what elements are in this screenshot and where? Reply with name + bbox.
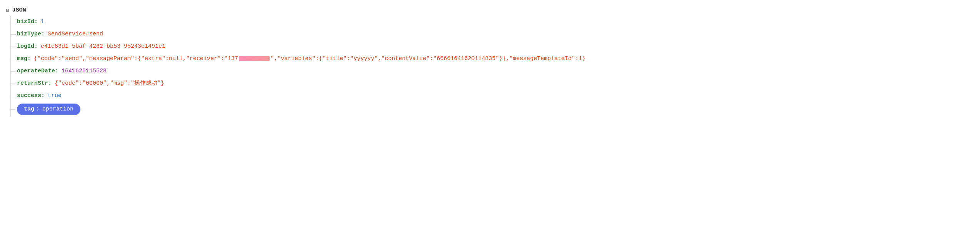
key-msg: msg [17,54,27,64]
json-header: ⊟ JSON [6,7,974,13]
colon-msg: : [27,54,31,64]
value-operateDate: 1641620115528 [62,67,107,76]
tag-colon: : [36,105,39,114]
value-bizId: 1 [41,17,44,27]
value-returnStr: {"code":"00000","msg":"操作成功"} [55,79,164,88]
value-bizType: SendService#send [48,30,103,39]
colon-operateDate: : [55,67,58,76]
colon-returnStr: : [48,79,52,88]
key-returnStr: returnStr [17,79,48,88]
key-operateDate: operateDate [17,67,55,76]
redacted-phone [239,56,270,61]
field-msg: msg : {"code":"send","messageParam":{"ex… [11,53,974,65]
json-body: bizId : 1 bizType : SendService#send log… [10,16,974,117]
tag-key-label: tag [24,105,34,114]
field-tag: tag : operation [11,102,974,117]
json-title: JSON [12,7,26,13]
key-logId: logId [17,42,34,51]
json-viewer: ⊟ JSON bizId : 1 bizType : SendService#s… [0,4,980,120]
value-success: true [48,91,62,100]
field-logId: logId : e41c83d1-5baf-4262-bb53-95243c14… [11,40,974,53]
key-bizId: bizId [17,17,34,27]
field-success: success : true [11,90,974,102]
colon-logId: : [34,42,38,51]
field-operateDate: operateDate : 1641620115528 [11,65,974,77]
field-returnStr: returnStr : {"code":"00000","msg":"操作成功"… [11,77,974,90]
colon-bizId: : [34,17,38,27]
field-bizId: bizId : 1 [11,16,974,28]
field-bizType: bizType : SendService#send [11,28,974,40]
key-success: success [17,91,41,100]
tag-badge[interactable]: tag : operation [17,104,80,115]
key-bizType: bizType [17,30,41,39]
colon-success: : [41,91,45,100]
value-msg: {"code":"send","messageParam":{"extra":n… [34,54,585,64]
value-logId: e41c83d1-5baf-4262-bb53-95243c1491e1 [41,42,165,51]
collapse-icon[interactable]: ⊟ [6,7,9,13]
colon-bizType: : [41,30,45,39]
tag-value: operation [42,105,73,114]
